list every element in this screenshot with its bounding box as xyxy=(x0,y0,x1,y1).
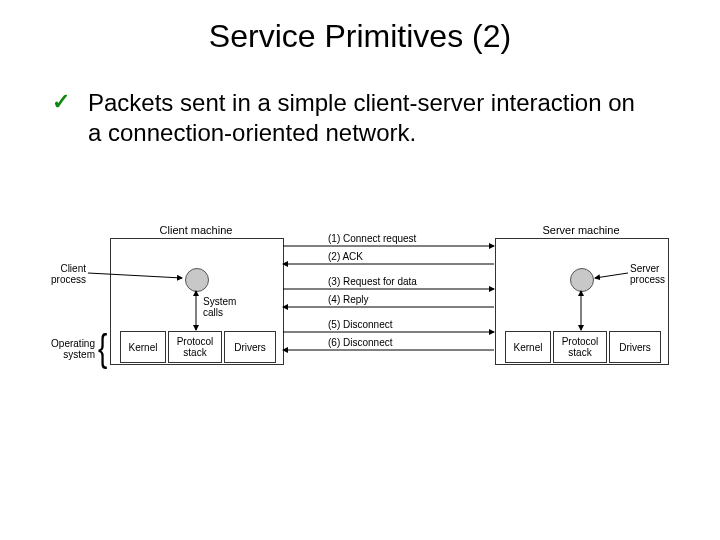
client-kernel-box: Kernel xyxy=(120,331,166,363)
client-machine-label: Client machine xyxy=(110,224,282,236)
bullet-text: Packets sent in a simple client-server i… xyxy=(88,88,648,148)
system-calls-label: System calls xyxy=(203,296,236,318)
client-process-circle xyxy=(185,268,209,292)
server-drivers-box: Drivers xyxy=(609,331,661,363)
check-icon: ✓ xyxy=(52,88,70,116)
client-drivers-box: Drivers xyxy=(224,331,276,363)
msg-3-label: (3) Request for data xyxy=(328,276,417,287)
server-kernel-box: Kernel xyxy=(505,331,551,363)
brace-icon: { xyxy=(98,326,107,371)
server-machine-label: Server machine xyxy=(495,224,667,236)
msg-2-label: (2) ACK xyxy=(328,251,363,262)
msg-4-label: (4) Reply xyxy=(328,294,369,305)
diagram: Client machine Server machine Kernel Pro… xyxy=(50,218,670,418)
msg-1-label: (1) Connect request xyxy=(328,233,416,244)
operating-system-label: Operating system xyxy=(45,338,95,360)
msg-5-label: (5) Disconnect xyxy=(328,319,392,330)
server-process-circle xyxy=(570,268,594,292)
client-process-label: Client process xyxy=(50,263,86,285)
msg-6-label: (6) Disconnect xyxy=(328,337,392,348)
client-protocol-stack-box: Protocol stack xyxy=(168,331,222,363)
slide-title: Service Primitives (2) xyxy=(0,18,720,55)
server-protocol-stack-box: Protocol stack xyxy=(553,331,607,363)
server-process-label: Server process xyxy=(630,263,665,285)
bullet-row: ✓ Packets sent in a simple client-server… xyxy=(52,88,648,148)
